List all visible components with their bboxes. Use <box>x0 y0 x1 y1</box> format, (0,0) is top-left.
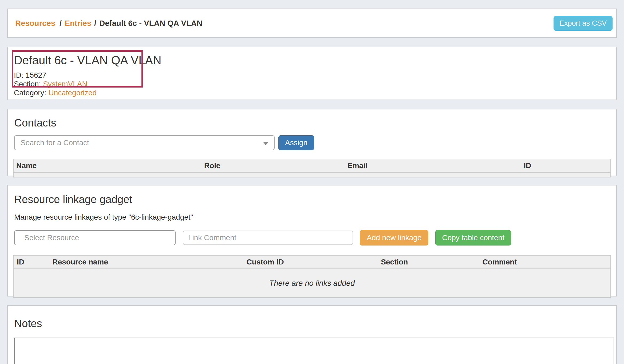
linkage-column-comment: Comment <box>479 255 611 269</box>
link-comment-input[interactable] <box>183 231 353 245</box>
breadcrumb-link-entries[interactable]: Entries <box>65 19 91 27</box>
linkage-column-resource-name: Resource name <box>49 255 243 269</box>
entry-id-label: ID: <box>14 71 23 79</box>
linkage-empty-message: There are no links added <box>13 269 611 298</box>
contacts-column-name: Name <box>13 159 202 172</box>
notes-panel: Notes <box>7 305 617 364</box>
entry-id-line: ID:15627 <box>14 71 611 80</box>
entry-category-line: Category:Uncategorized <box>14 88 611 97</box>
breadcrumb: Resources/Entries/Default 6c - VLAN QA V… <box>15 19 202 28</box>
linkage-table-header-row: ID Resource name Custom ID Section Comme… <box>13 255 611 269</box>
contact-search-input[interactable] <box>14 135 275 150</box>
contacts-heading: Contacts <box>14 117 611 129</box>
contacts-table: Name Role Email ID <box>13 159 611 177</box>
linkage-column-section: Section <box>378 255 479 269</box>
contacts-column-id: ID <box>521 159 611 172</box>
contact-search-row: Assign <box>14 135 611 150</box>
breadcrumb-link-resources[interactable]: Resources <box>15 19 55 27</box>
entry-title: Default 6c - VLAN QA VLAN <box>14 54 611 67</box>
select-resource-input[interactable] <box>14 230 176 245</box>
entry-category-label: Category: <box>14 89 46 97</box>
breadcrumb-separator: / <box>94 19 96 27</box>
contacts-empty-row <box>13 172 611 177</box>
linkage-heading: Resource linkage gadget <box>14 193 611 205</box>
chevron-down-icon[interactable] <box>263 142 269 145</box>
assign-button[interactable]: Assign <box>278 135 314 150</box>
add-new-linkage-button[interactable]: Add new linkage <box>360 230 428 246</box>
contacts-column-email: Email <box>345 159 521 172</box>
linkage-empty-state-row: There are no links added <box>13 269 611 298</box>
header-panel: Resources/Entries/Default 6c - VLAN QA V… <box>7 9 617 38</box>
resource-linkage-panel: Resource linkage gadget Manage resource … <box>7 185 617 296</box>
entry-id-value: 15627 <box>26 71 46 79</box>
linkage-table: ID Resource name Custom ID Section Comme… <box>13 255 611 298</box>
linkage-column-id: ID <box>13 255 49 269</box>
entry-info-panel: Default 6c - VLAN QA VLAN ID:15627 Secti… <box>7 47 617 100</box>
entry-category-link[interactable]: Uncategorized <box>48 89 97 97</box>
contacts-table-header-row: Name Role Email ID <box>13 159 611 172</box>
entry-section-link[interactable]: SystemVLAN <box>43 80 88 88</box>
linkage-column-custom-id: Custom ID <box>243 255 378 269</box>
copy-table-content-button[interactable]: Copy table content <box>435 230 511 246</box>
contacts-column-role: Role <box>202 159 345 172</box>
notes-textarea[interactable] <box>14 338 614 364</box>
linkage-description: Manage resource linkages of type "6c-lin… <box>14 213 611 221</box>
breadcrumb-current-entry: Default 6c - VLAN QA VLAN <box>99 19 202 27</box>
export-csv-button[interactable]: Export as CSV <box>554 16 613 31</box>
entry-section-line: Section:SystemVLAN <box>14 80 611 88</box>
contact-search-combobox <box>14 135 275 150</box>
entry-section-label: Section: <box>14 80 41 88</box>
breadcrumb-separator: / <box>60 19 62 27</box>
contacts-panel: Contacts Assign Name Role Email ID <box>7 109 617 176</box>
notes-heading: Notes <box>14 318 611 330</box>
linkage-controls-row: Add new linkage Copy table content <box>14 230 611 246</box>
